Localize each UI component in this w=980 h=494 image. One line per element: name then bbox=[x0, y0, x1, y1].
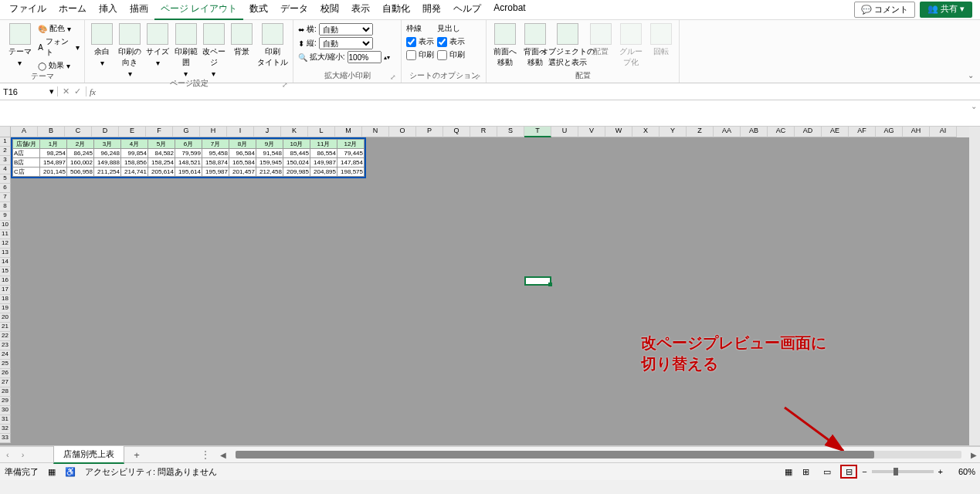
column-header[interactable]: Y bbox=[660, 127, 687, 137]
scroll-right-button[interactable]: ▶ bbox=[968, 451, 980, 459]
column-header[interactable]: W bbox=[605, 127, 632, 137]
add-sheet-button[interactable]: + bbox=[124, 449, 149, 461]
headings-print-checkbox[interactable]: 印刷 bbox=[437, 49, 465, 60]
print-area-button[interactable]: 印刷範囲▾ bbox=[174, 23, 198, 78]
row-header[interactable]: 16 bbox=[0, 276, 11, 286]
vertical-scrollbar[interactable] bbox=[969, 127, 980, 445]
row-header[interactable]: 17 bbox=[0, 286, 11, 295]
row-header[interactable]: 28 bbox=[0, 387, 11, 397]
print-titles-button[interactable]: 印刷 タイトル bbox=[257, 23, 288, 68]
column-header[interactable]: R bbox=[470, 127, 497, 137]
column-header[interactable]: AA bbox=[714, 127, 741, 137]
row-header[interactable]: 33 bbox=[0, 434, 11, 443]
row-header[interactable]: 27 bbox=[0, 378, 11, 387]
row-header[interactable]: 5 bbox=[0, 174, 11, 184]
share-button[interactable]: 👥 共有 ▾ bbox=[920, 2, 972, 18]
column-header[interactable]: Z bbox=[687, 127, 714, 137]
column-header[interactable]: M bbox=[335, 127, 362, 137]
menu-表示[interactable]: 表示 bbox=[345, 0, 376, 20]
column-header[interactable]: N bbox=[362, 127, 389, 137]
accessibility-icon[interactable]: ♿ bbox=[65, 467, 76, 477]
row-header[interactable]: 9 bbox=[0, 211, 11, 221]
confirm-formula-icon[interactable]: ✓ bbox=[74, 86, 81, 96]
column-header[interactable]: V bbox=[578, 127, 605, 137]
row-header[interactable]: 7 bbox=[0, 193, 11, 202]
comment-button[interactable]: 💬 コメント bbox=[854, 2, 915, 18]
column-header[interactable]: I bbox=[227, 127, 254, 137]
column-header[interactable]: AI bbox=[930, 127, 957, 137]
row-header[interactable]: 2 bbox=[0, 147, 11, 156]
menu-校閲[interactable]: 校閲 bbox=[314, 0, 345, 20]
zoom-out-button[interactable]: − bbox=[862, 467, 866, 476]
column-header[interactable]: S bbox=[497, 127, 524, 137]
column-header[interactable]: AH bbox=[903, 127, 930, 137]
select-all-corner[interactable] bbox=[0, 127, 11, 137]
column-header[interactable]: AG bbox=[876, 127, 903, 137]
menu-数式[interactable]: 数式 bbox=[243, 0, 274, 20]
fonts-button[interactable]: Aフォント ▾ bbox=[38, 36, 80, 58]
row-header[interactable]: 4 bbox=[0, 165, 11, 174]
row-header[interactable]: 14 bbox=[0, 258, 11, 267]
view-page-break-button[interactable]: ⊟ bbox=[840, 465, 857, 479]
column-header[interactable]: T bbox=[524, 127, 551, 137]
gridlines-print-checkbox[interactable]: 印刷 bbox=[406, 49, 434, 60]
column-header[interactable]: AB bbox=[741, 127, 768, 137]
collapse-ribbon-button[interactable]: ⌄ bbox=[961, 68, 980, 83]
sheet-tab-active[interactable]: 店舗別売上表 bbox=[53, 445, 124, 464]
row-header[interactable]: 31 bbox=[0, 415, 11, 425]
column-header[interactable]: J bbox=[254, 127, 281, 137]
row-header[interactable]: 25 bbox=[0, 360, 11, 369]
view-normal-button[interactable]: ⊞ bbox=[797, 465, 814, 479]
dialog-launcher-icon[interactable]: ⤢ bbox=[282, 81, 288, 89]
menu-ページ レイアウト[interactable]: ページ レイアウト bbox=[154, 0, 243, 20]
gridlines-view-checkbox[interactable]: 表示 bbox=[406, 36, 434, 47]
zoom-slider[interactable] bbox=[872, 470, 934, 473]
column-header[interactable]: C bbox=[65, 127, 92, 137]
column-header[interactable]: H bbox=[200, 127, 227, 137]
column-header[interactable]: E bbox=[119, 127, 146, 137]
width-select[interactable]: 自動 bbox=[319, 23, 373, 36]
menu-ファイル[interactable]: ファイル bbox=[3, 0, 53, 20]
menu-挿入[interactable]: 挿入 bbox=[93, 0, 124, 20]
selection-pane-button[interactable]: オブジェクトの 選択と表示 bbox=[551, 23, 584, 68]
active-cell[interactable] bbox=[524, 276, 551, 286]
menu-描画[interactable]: 描画 bbox=[124, 0, 154, 20]
orientation-button[interactable]: 印刷の 向き▾ bbox=[117, 23, 142, 78]
menu-自動化[interactable]: 自動化 bbox=[376, 0, 416, 20]
column-header[interactable]: X bbox=[632, 127, 660, 137]
chevron-down-icon[interactable]: ▾ bbox=[49, 86, 54, 96]
column-header[interactable]: AE bbox=[822, 127, 849, 137]
row-header[interactable]: 10 bbox=[0, 221, 11, 230]
row-header[interactable]: 26 bbox=[0, 369, 11, 378]
column-header[interactable]: U bbox=[551, 127, 578, 137]
column-header[interactable]: AF bbox=[849, 127, 876, 137]
scale-input[interactable] bbox=[348, 51, 381, 63]
expand-formula-bar-icon[interactable]: ⌄ bbox=[971, 102, 977, 110]
themes-button[interactable]: テーマ ▾ bbox=[5, 23, 35, 67]
size-button[interactable]: サイズ▾ bbox=[145, 23, 170, 67]
column-header[interactable]: G bbox=[173, 127, 200, 137]
height-select[interactable]: 自動 bbox=[319, 37, 373, 49]
align-button[interactable]: 配置 bbox=[587, 23, 614, 57]
column-header[interactable]: O bbox=[389, 127, 416, 137]
column-header[interactable]: AD bbox=[795, 127, 822, 137]
row-header[interactable]: 1 bbox=[0, 137, 11, 147]
menu-Acrobat[interactable]: Acrobat bbox=[487, 0, 531, 20]
bring-forward-button[interactable]: 前面へ 移動 bbox=[491, 23, 518, 68]
margins-button[interactable]: 余白▾ bbox=[90, 23, 114, 67]
column-header[interactable]: Q bbox=[443, 127, 470, 137]
name-box[interactable]: T16▾ bbox=[0, 86, 58, 96]
row-header[interactable]: 22 bbox=[0, 332, 11, 341]
menu-ヘルプ[interactable]: ヘルプ bbox=[447, 0, 487, 20]
dialog-launcher-icon[interactable]: ⤢ bbox=[390, 73, 396, 81]
tab-split-handle[interactable]: ⋮ bbox=[195, 448, 215, 461]
row-header[interactable]: 24 bbox=[0, 350, 11, 360]
horizontal-scrollbar[interactable] bbox=[236, 451, 961, 458]
row-header[interactable]: 15 bbox=[0, 267, 11, 276]
column-header[interactable]: K bbox=[281, 127, 308, 137]
row-header[interactable]: 29 bbox=[0, 397, 11, 406]
column-header[interactable]: F bbox=[146, 127, 173, 137]
background-button[interactable]: 背景 bbox=[229, 23, 254, 57]
column-header[interactable]: D bbox=[92, 127, 119, 137]
view-page-layout-button[interactable]: ▭ bbox=[819, 465, 836, 479]
